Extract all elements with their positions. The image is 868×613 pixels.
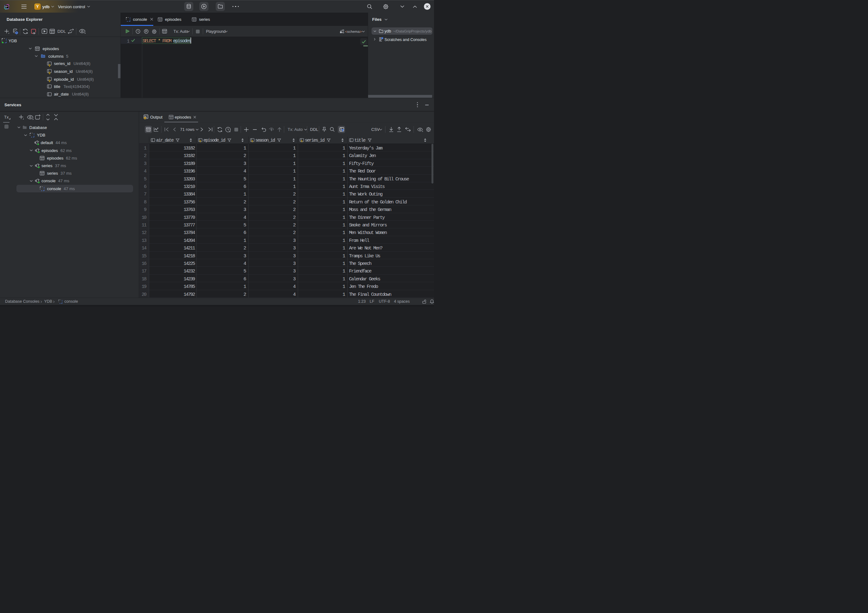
svg-text:DG: DG [5, 5, 8, 7]
